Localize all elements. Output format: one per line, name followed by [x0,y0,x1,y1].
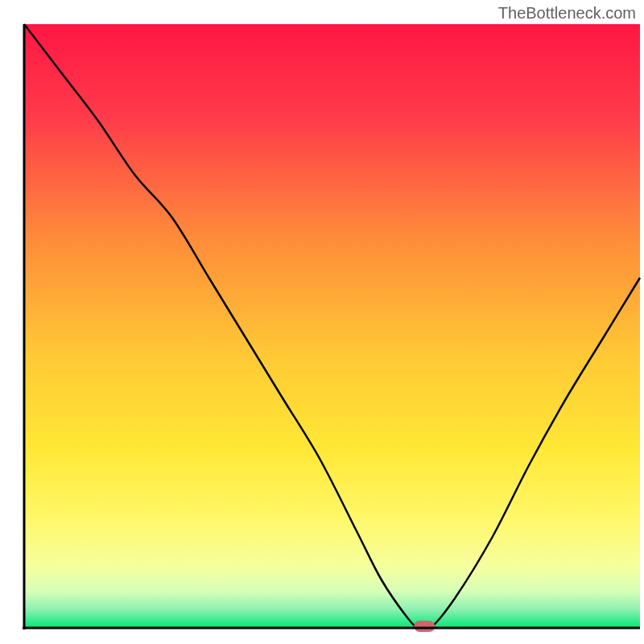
optimal-marker [414,621,435,632]
bottleneck-chart [0,0,644,644]
chart-container: TheBottleneck.com [0,0,644,644]
watermark-text: TheBottleneck.com [498,4,636,23]
gradient-background [24,24,640,628]
